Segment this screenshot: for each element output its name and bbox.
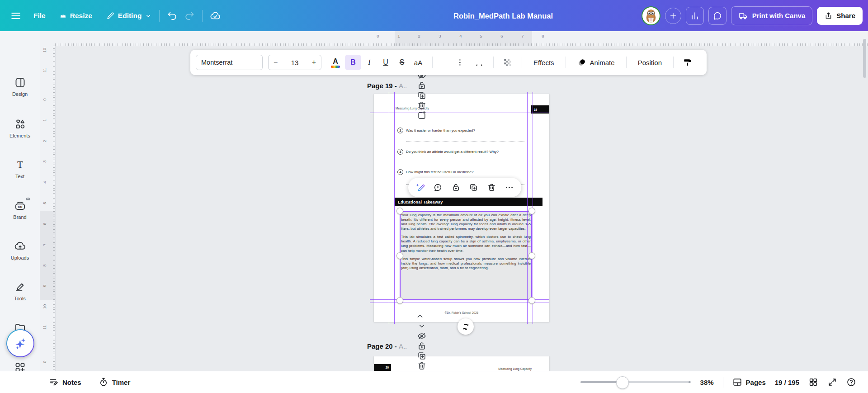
- duplicate-page-button[interactable]: [417, 90, 427, 100]
- question-text: How might this test be useful in medicin…: [406, 170, 473, 174]
- toolbar-divider: [566, 57, 566, 68]
- toolbar-divider: [522, 57, 522, 68]
- add-page-button[interactable]: [417, 110, 427, 120]
- copy-style-roller-button[interactable]: [679, 55, 696, 70]
- resize-button[interactable]: Resize: [59, 12, 92, 20]
- editing-mode-dropdown[interactable]: Editing: [106, 11, 152, 20]
- share-button[interactable]: Share: [817, 7, 863, 25]
- page-indicator[interactable]: 19 / 195: [775, 379, 799, 386]
- share-label: Share: [836, 12, 855, 19]
- rotate-handle[interactable]: [458, 318, 474, 335]
- italic-button[interactable]: I: [361, 55, 377, 70]
- left-sidebar: DesignElementsTTextcoBrandUploadsToolsPr…: [0, 31, 40, 371]
- sidebar-item-brand[interactable]: coBrand: [0, 199, 40, 220]
- document-title[interactable]: Robin_MedPath Lab Manual: [453, 11, 553, 20]
- help-icon[interactable]: [846, 377, 856, 387]
- vertical-ruler[interactable]: 1011012345678910110: [40, 46, 56, 371]
- move-page-up-button[interactable]: [415, 311, 425, 321]
- print-with-canva-button[interactable]: Print with Canva: [731, 6, 813, 25]
- magic-edit-button[interactable]: [415, 183, 425, 192]
- delete-button[interactable]: [487, 183, 496, 192]
- page-header-text[interactable]: Measuring Lung Capacity: [498, 367, 532, 370]
- font-family-select[interactable]: Montserrat: [196, 55, 263, 70]
- cloud-save-status-icon[interactable]: [210, 10, 221, 21]
- transparency-button[interactable]: [500, 55, 516, 70]
- zoom-percent[interactable]: 38%: [700, 379, 714, 386]
- strikethrough-button[interactable]: S: [394, 55, 410, 70]
- selection-handle-top-left[interactable]: [396, 208, 403, 214]
- ruler-number: 11: [42, 325, 47, 330]
- page20-controls: Page 20 -A..: [367, 338, 427, 354]
- text-spacing-button[interactable]: [471, 55, 487, 70]
- more-options-button[interactable]: [505, 183, 514, 192]
- hamburger-menu-icon[interactable]: [10, 10, 22, 22]
- effects-button[interactable]: Effects: [528, 59, 560, 66]
- page-footer-text[interactable]: ©Dr. Robin's School 2025: [374, 311, 549, 314]
- animate-button[interactable]: Animate: [572, 58, 620, 67]
- sidebar-item-uploads[interactable]: Uploads: [0, 240, 40, 260]
- sidebar-item-tools[interactable]: Tools: [0, 281, 40, 301]
- sidebar-item-text[interactable]: TText: [0, 159, 40, 179]
- duplicate-button[interactable]: [469, 183, 478, 192]
- selection-handle-bottom-right[interactable]: [528, 297, 535, 304]
- comments-icon[interactable]: [708, 7, 726, 25]
- ruler-number: 7: [42, 243, 47, 246]
- duplicate-page-button[interactable]: [417, 351, 427, 361]
- delete-page-button[interactable]: [417, 100, 427, 110]
- add-people-button[interactable]: [665, 8, 681, 24]
- text-color-button[interactable]: A: [328, 55, 343, 70]
- selection-handle-mid-right[interactable]: [528, 252, 535, 259]
- ruler-number: 3: [42, 160, 47, 162]
- ruler-number: 1: [42, 119, 47, 121]
- bottombar-right-group: 38% Pages 19 / 195: [580, 376, 856, 388]
- bold-button[interactable]: B: [345, 55, 361, 70]
- list-button[interactable]: [455, 55, 471, 70]
- section-title-bar[interactable]: Educational Takeaway: [395, 198, 542, 206]
- text-color-letter: A: [333, 57, 338, 65]
- text-selection-border[interactable]: [400, 211, 532, 300]
- page-label-rest: A..: [399, 342, 407, 350]
- delete-page-button[interactable]: [417, 361, 427, 371]
- uploads-icon: [14, 240, 26, 252]
- font-size-increase-button[interactable]: +: [312, 58, 316, 66]
- font-size-value[interactable]: 13: [291, 59, 299, 66]
- lock-button[interactable]: [451, 183, 461, 192]
- question-number-circle: 3: [397, 149, 403, 155]
- hide-page-button[interactable]: [417, 331, 427, 341]
- selection-handle-top-right[interactable]: [528, 208, 535, 214]
- selection-handle-mid-left[interactable]: [396, 252, 403, 259]
- notes-button[interactable]: Notes: [49, 377, 81, 387]
- text-case-button[interactable]: aA: [410, 55, 426, 70]
- undo-button[interactable]: [167, 10, 178, 21]
- selection-handle-bottom-left[interactable]: [396, 297, 403, 304]
- insights-chart-icon[interactable]: [686, 7, 704, 25]
- avatar[interactable]: [642, 6, 660, 25]
- header-divider: [159, 10, 160, 22]
- lock-page-button[interactable]: [417, 341, 427, 351]
- timer-button[interactable]: Timer: [99, 377, 131, 387]
- margin-guide-vertical: [389, 92, 389, 324]
- font-size-decrease-button[interactable]: −: [274, 58, 278, 66]
- position-button[interactable]: Position: [632, 59, 667, 66]
- add-comment-button[interactable]: [433, 183, 443, 192]
- file-menu-button[interactable]: File: [33, 12, 46, 20]
- page19-title[interactable]: Page 19 -A..: [367, 82, 407, 90]
- sidebar-item-elements[interactable]: Elements: [0, 118, 40, 138]
- horizontal-ruler[interactable]: 012345678: [40, 31, 868, 46]
- lock-page-button[interactable]: [417, 80, 427, 90]
- redo-button[interactable]: [184, 10, 195, 21]
- canva-assistant-button[interactable]: [6, 329, 34, 357]
- grid-view-icon[interactable]: [808, 377, 818, 387]
- move-page-down-button[interactable]: [417, 321, 427, 331]
- page20-title[interactable]: Page 20 -A..: [367, 342, 407, 350]
- vertical-scrollbar[interactable]: [863, 39, 866, 78]
- fullscreen-icon[interactable]: [827, 377, 837, 387]
- alignment-button[interactable]: [439, 55, 455, 70]
- pages-view-button[interactable]: Pages: [732, 377, 766, 387]
- pages-label: Pages: [746, 379, 766, 386]
- zoom-slider-thumb[interactable]: [616, 376, 629, 389]
- zoom-slider[interactable]: [580, 376, 691, 388]
- underline-button[interactable]: U: [377, 55, 394, 70]
- sidebar-item-design[interactable]: Design: [0, 76, 40, 97]
- margin-guide-horizontal: [370, 303, 549, 303]
